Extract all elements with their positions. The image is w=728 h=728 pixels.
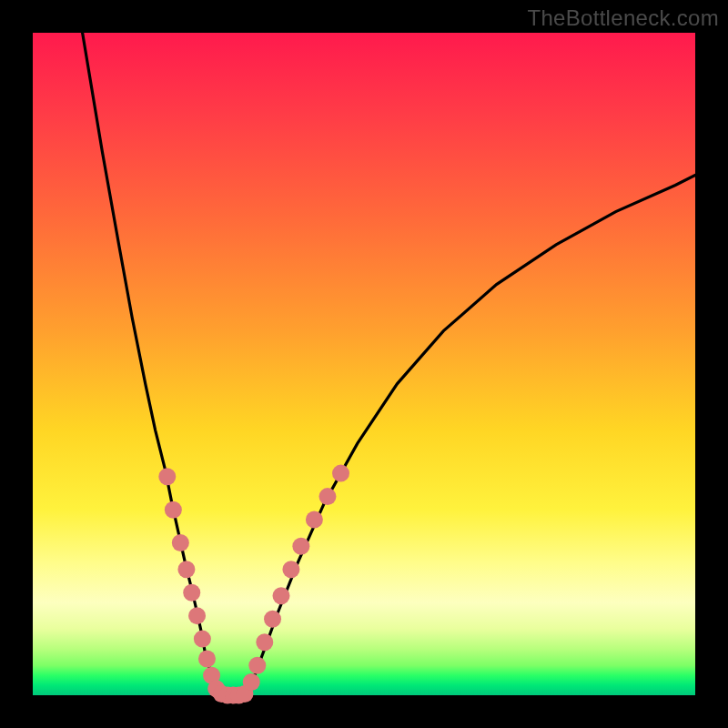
marker-20 bbox=[282, 561, 299, 578]
marker-3 bbox=[177, 561, 195, 578]
marker-16 bbox=[248, 657, 266, 674]
marker-7 bbox=[198, 650, 216, 667]
chart-svg bbox=[33, 33, 695, 695]
chart-frame: TheBottleneck.com bbox=[0, 0, 728, 728]
marker-1 bbox=[165, 501, 182, 519]
marker-18 bbox=[264, 611, 281, 628]
marker-group bbox=[158, 465, 349, 704]
marker-5 bbox=[188, 607, 206, 624]
curve-right-branch bbox=[245, 176, 695, 694]
marker-17 bbox=[256, 633, 273, 651]
marker-6 bbox=[194, 631, 211, 648]
marker-21 bbox=[292, 538, 309, 555]
marker-24 bbox=[332, 465, 349, 482]
curve-group bbox=[83, 33, 695, 695]
marker-15 bbox=[243, 673, 260, 691]
marker-22 bbox=[306, 511, 323, 529]
marker-23 bbox=[318, 488, 336, 505]
marker-2 bbox=[172, 534, 189, 551]
marker-4 bbox=[183, 584, 200, 602]
marker-0 bbox=[158, 468, 176, 485]
marker-19 bbox=[273, 587, 290, 604]
watermark-label: TheBottleneck.com bbox=[527, 5, 719, 31]
